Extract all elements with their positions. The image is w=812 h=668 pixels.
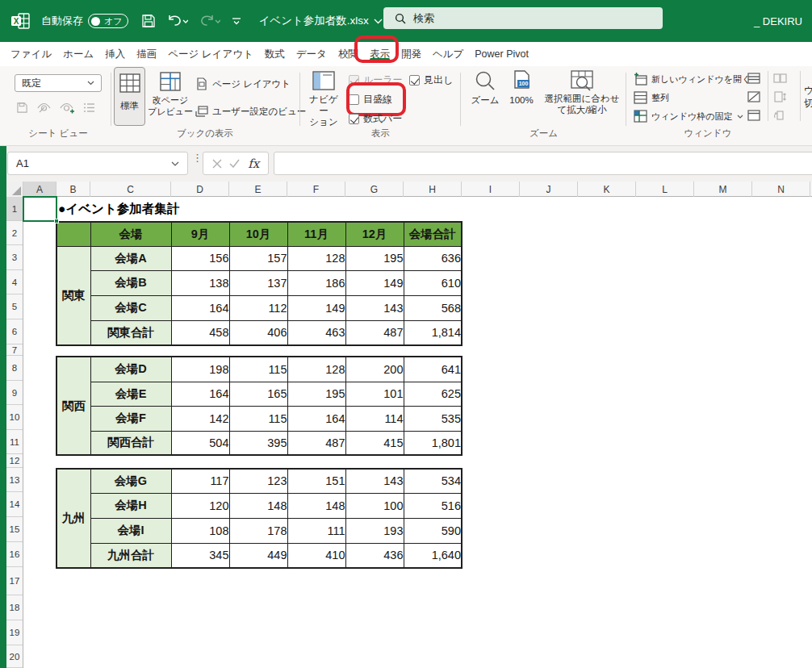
zoom-button[interactable]: ズーム — [468, 68, 502, 106]
checkbox-icon[interactable] — [349, 114, 359, 124]
row-label-cell[interactable]: 九州合計 — [90, 543, 171, 568]
column-header-B[interactable]: B — [57, 182, 90, 197]
value-cell[interactable]: 142 — [171, 406, 229, 431]
row-label-cell[interactable]: 会場C — [90, 295, 171, 320]
zoom-to-selection-button[interactable]: 選択範囲に合わせて拡大/縮小 — [541, 68, 623, 115]
excel-logo-icon[interactable]: X — [11, 13, 30, 29]
value-cell[interactable]: 138 — [171, 270, 229, 295]
value-cell[interactable]: 590 — [404, 518, 462, 543]
value-cell[interactable]: 449 — [229, 543, 287, 568]
value-cell[interactable]: 641 — [404, 357, 462, 382]
column-header-H[interactable]: H — [404, 182, 462, 197]
row-header-9[interactable]: 9 — [6, 381, 23, 405]
row-header-14[interactable]: 14 — [6, 492, 23, 517]
value-cell[interactable]: 164 — [287, 406, 345, 431]
row-label-cell[interactable]: 会場G — [90, 469, 171, 493]
region-cell[interactable]: 関西 — [57, 357, 90, 455]
formula-bar-checkbox[interactable]: 数式バー — [349, 112, 402, 126]
document-title[interactable]: イベント参加者数.xlsx — [259, 14, 383, 28]
navigation-button[interactable]: ナビゲーション — [305, 68, 342, 127]
row-label-cell[interactable]: 関東合計 — [90, 320, 171, 345]
value-cell[interactable]: 137 — [229, 270, 287, 295]
value-cell[interactable]: 115 — [229, 357, 287, 382]
value-cell[interactable]: 148 — [229, 493, 287, 518]
ribbon-tab-2[interactable]: 挿入 — [99, 42, 131, 66]
split-icon[interactable] — [747, 73, 760, 84]
sheet-view-combobox[interactable]: 既定 — [15, 74, 102, 92]
row-label-cell[interactable]: 会場D — [90, 357, 171, 382]
row-label-cell[interactable]: 会場E — [90, 382, 171, 406]
ribbon-tab-10[interactable]: ヘルプ — [427, 42, 469, 66]
account-name[interactable]: _ DEKIRU — [754, 0, 802, 42]
value-cell[interactable]: 406 — [229, 320, 287, 345]
sheet-title[interactable]: ●イベント参加者集計 — [58, 197, 179, 221]
selected-cell[interactable] — [23, 196, 57, 222]
row-header-8[interactable]: 8 — [6, 356, 23, 381]
value-cell[interactable]: 115 — [229, 406, 287, 431]
row-label-cell[interactable]: 関西合計 — [90, 431, 171, 455]
column-header-G[interactable]: G — [345, 182, 404, 197]
value-cell[interactable]: 117 — [171, 469, 229, 493]
row-header-15[interactable]: 15 — [6, 517, 23, 542]
value-cell[interactable]: 463 — [287, 320, 345, 345]
save-icon[interactable] — [141, 14, 156, 28]
checkbox-icon[interactable] — [349, 94, 359, 105]
column-header-L[interactable]: L — [636, 182, 694, 197]
search-box[interactable]: 検索 — [383, 7, 663, 29]
page-break-preview-button[interactable]: 改ページプレビュー — [146, 68, 195, 117]
value-cell[interactable]: 200 — [345, 357, 404, 382]
row-header-6[interactable]: 6 — [6, 319, 23, 344]
header-cell[interactable]: 会場合計 — [404, 222, 462, 246]
row-header-16[interactable]: 16 — [6, 542, 23, 567]
value-cell[interactable]: 516 — [404, 493, 462, 518]
value-cell[interactable]: 112 — [229, 295, 287, 320]
row-header-19[interactable]: 19 — [6, 620, 23, 645]
value-cell[interactable]: 487 — [287, 431, 345, 455]
hide-window-icon[interactable] — [747, 91, 760, 102]
value-cell[interactable]: 458 — [171, 320, 229, 345]
column-header-M[interactable]: M — [694, 182, 752, 197]
row-label-cell[interactable]: 会場F — [90, 406, 171, 431]
header-cell[interactable]: 12月 — [345, 222, 404, 246]
value-cell[interactable]: 535 — [404, 406, 462, 431]
column-header-I[interactable]: I — [462, 182, 520, 197]
value-cell[interactable]: 143 — [345, 295, 404, 320]
ribbon-tab-5[interactable]: 数式 — [259, 42, 291, 66]
value-cell[interactable]: 128 — [287, 357, 345, 382]
value-cell[interactable]: 1,640 — [404, 543, 462, 568]
column-header-E[interactable]: E — [229, 182, 287, 197]
custom-views-button[interactable]: ユーザー設定のビュー — [195, 105, 306, 118]
header-cell[interactable]: 11月 — [287, 222, 345, 246]
value-cell[interactable]: 1,814 — [404, 320, 462, 345]
value-cell[interactable]: 1,801 — [404, 431, 462, 455]
normal-view-button[interactable]: 標準 — [114, 67, 145, 126]
column-header-K[interactable]: K — [578, 182, 636, 197]
value-cell[interactable]: 151 — [287, 469, 345, 493]
column-header-J[interactable]: J — [520, 182, 578, 197]
row-label-cell[interactable]: 会場I — [90, 518, 171, 543]
ribbon-tab-3[interactable]: 描画 — [131, 42, 162, 66]
value-cell[interactable]: 111 — [287, 518, 345, 543]
value-cell[interactable]: 186 — [287, 270, 345, 295]
row-header-1[interactable]: 1 — [6, 197, 23, 221]
value-cell[interactable]: 164 — [171, 382, 229, 406]
unhide-window-icon[interactable] — [747, 110, 760, 121]
column-header-N[interactable]: N — [752, 182, 810, 197]
value-cell[interactable]: 123 — [229, 469, 287, 493]
column-header-C[interactable]: C — [90, 182, 171, 197]
row-header-20[interactable]: 20 — [6, 645, 23, 668]
page-layout-button[interactable]: ページ レイアウト — [195, 77, 291, 90]
row-header-12[interactable]: 12 — [6, 454, 23, 468]
insert-function-icon[interactable]: fx — [248, 157, 259, 171]
region-cell[interactable]: 九州 — [57, 469, 90, 568]
value-cell[interactable]: 195 — [345, 246, 404, 270]
row-header-17[interactable]: 17 — [6, 567, 23, 595]
checkbox-icon[interactable] — [409, 75, 420, 86]
value-cell[interactable]: 100 — [345, 493, 404, 518]
value-cell[interactable]: 114 — [345, 406, 404, 431]
gridlines-checkbox[interactable]: 目盛線 — [349, 93, 392, 106]
ribbon-tab-7[interactable]: 校閲 — [333, 42, 364, 66]
value-cell[interactable]: 101 — [345, 382, 404, 406]
row-header-2[interactable]: 2 — [6, 221, 23, 245]
value-cell[interactable]: 415 — [345, 431, 404, 455]
